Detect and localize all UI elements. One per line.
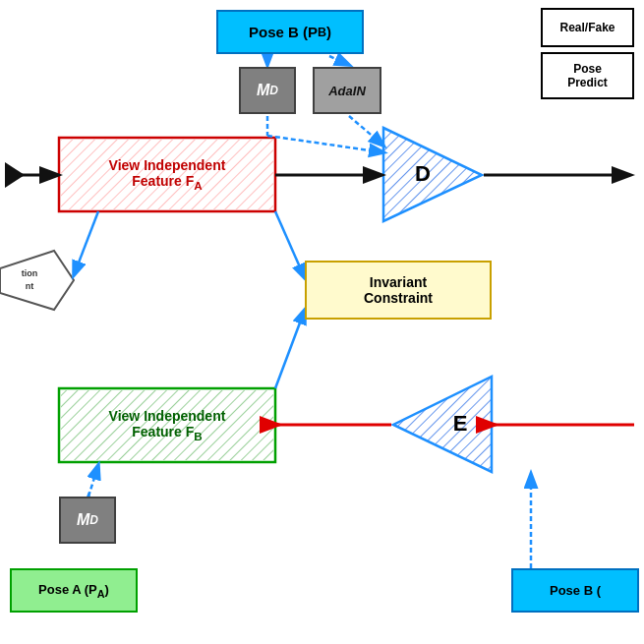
view-indep-b-box [59, 388, 275, 462]
svg-line-19 [275, 211, 305, 278]
adain-label: AdaIN [328, 84, 366, 98]
invariant-constraint-box: InvariantConstraint [305, 261, 492, 320]
pose-a-box: Pose A (PA) [10, 568, 138, 613]
svg-line-20 [275, 310, 305, 388]
invariant-label: InvariantConstraint [364, 274, 433, 306]
adain-box: AdaIN [313, 67, 381, 114]
pose-predict-label2: Predict [567, 76, 608, 89]
encoder-label: E [453, 411, 468, 436]
left-pentagon [0, 251, 74, 310]
pose-b-top-box: Pose B (PB) [216, 10, 364, 54]
svg-rect-6 [61, 390, 273, 460]
svg-line-17 [349, 116, 383, 146]
architecture-diagram: D E tion nt [0, 0, 644, 644]
svg-line-16 [267, 136, 383, 152]
view-indep-a-box [59, 138, 275, 211]
pose-predict-box: Pose Predict [541, 52, 634, 99]
svg-line-22 [88, 465, 98, 497]
pose-predict-label: Pose [573, 62, 602, 76]
svg-rect-5 [61, 140, 273, 209]
encoder-triangle [393, 377, 492, 472]
view-indep-b-label: View Independent Feature FB [59, 388, 275, 462]
md-bottom-box: MD [59, 497, 116, 544]
real-fake-box: Real/Fake [541, 8, 634, 47]
svg-line-14 [329, 56, 349, 65]
pose-b-top-label: Pose B (P [249, 24, 318, 40]
discriminator-triangle [383, 128, 482, 221]
svg-line-18 [74, 211, 98, 275]
svg-text:nt: nt [26, 281, 34, 291]
real-fake-label: Real/Fake [559, 21, 615, 34]
svg-marker-8 [5, 162, 25, 188]
svg-text:tion: tion [22, 268, 38, 278]
md-top-box: MD [239, 67, 296, 114]
view-indep-a-label: View Independent Feature FA [59, 138, 275, 211]
discriminator-label: D [415, 161, 431, 186]
pose-b-bottom-box: Pose B ( [511, 568, 639, 613]
